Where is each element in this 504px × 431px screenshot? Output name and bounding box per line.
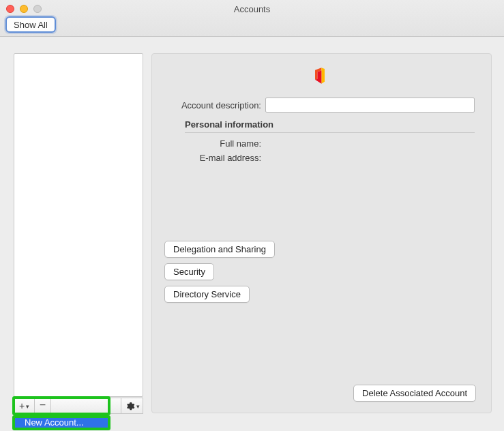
account-actions-button[interactable]: ▾: [121, 398, 143, 413]
chevron-down-icon: ▾: [26, 403, 29, 410]
content-area: +▾ − ▾ New Account... Account descriptio…: [0, 37, 504, 431]
accounts-list[interactable]: [14, 53, 143, 397]
window-title: Accounts: [0, 4, 504, 14]
toolbar-spacer: [51, 398, 121, 413]
security-button[interactable]: Security: [164, 263, 214, 280]
minus-icon: −: [40, 399, 46, 411]
titlebar: Accounts Show All: [0, 0, 504, 37]
remove-account-button[interactable]: −: [35, 398, 51, 413]
full-name-label: Full name:: [164, 138, 265, 149]
chevron-down-icon: ▾: [136, 403, 140, 410]
plus-icon: +: [19, 400, 25, 411]
account-detail-panel: Account description: Personal informatio…: [151, 53, 492, 413]
gear-icon: [125, 401, 135, 411]
menu-item-new-account[interactable]: New Account...: [15, 415, 109, 429]
personal-info-heading: Personal information: [185, 119, 475, 130]
accounts-toolbar: +▾ − ▾: [14, 398, 143, 414]
delegation-button[interactable]: Delegation and Sharing: [164, 241, 275, 258]
email-label: E-mail address:: [164, 153, 265, 163]
show-all-button[interactable]: Show All: [5, 16, 56, 33]
divider: [185, 132, 475, 133]
directory-service-button[interactable]: Directory Service: [164, 286, 250, 303]
office-icon: [310, 66, 329, 85]
delete-associated-account-button[interactable]: Delete Associated Account: [353, 385, 476, 402]
add-account-button[interactable]: +▾: [14, 398, 35, 413]
account-description-label: Account description:: [164, 100, 265, 110]
account-description-field[interactable]: [265, 98, 475, 113]
